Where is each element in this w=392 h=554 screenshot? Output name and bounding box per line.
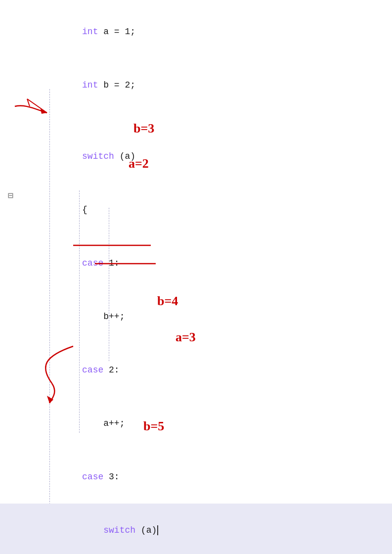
line-8: case 2: (0, 343, 392, 397)
line-empty-content (27, 112, 392, 130)
kw-case-1: case (82, 258, 103, 268)
line-10: case 3: (0, 450, 392, 504)
line-8-content: case 2: (27, 343, 392, 397)
code-text: b = 2; (98, 80, 135, 90)
line-9-content: a++; (27, 397, 392, 450)
code-text: a++; (103, 418, 125, 428)
code-text: b++; (103, 312, 125, 322)
line-empty-1 (0, 112, 392, 130)
line-4-content: switch (a) (27, 130, 392, 183)
collapse-icon-1: ⊟ (8, 187, 13, 205)
code-text: a = 1; (98, 27, 135, 37)
line-6-content: case 1: (27, 236, 392, 290)
line-5: ⊟ { (0, 183, 392, 236)
code-text: (a) (114, 151, 135, 161)
line-5-content: { (27, 183, 392, 236)
code-text: 2: (103, 365, 119, 375)
code-editor: int a = 1; int b = 2; switch (a) ⊟ { cas… (0, 0, 392, 554)
kw-int-1: int (82, 27, 98, 37)
line-11-content: switch (a) (27, 504, 392, 554)
line-9: a++; (0, 397, 392, 450)
brace-open-1: { (82, 205, 87, 215)
kw-switch-2: switch (103, 525, 135, 535)
text-cursor (157, 525, 158, 535)
line-10-content: case 3: (27, 450, 392, 504)
line-11: switch (a) (0, 504, 392, 554)
line-1-content: int a = 1; (27, 5, 392, 58)
kw-int-2: int (82, 80, 98, 90)
line-2: int b = 2; (0, 58, 392, 112)
code-text: 1: (103, 258, 119, 268)
line-7: b++; (0, 290, 392, 343)
line-6: case 1: (0, 236, 392, 290)
code-text: (a) (135, 525, 157, 535)
line-7-content: b++; (27, 290, 392, 343)
kw-case-2: case (82, 365, 103, 375)
line-4: switch (a) (0, 130, 392, 183)
code-text: 3: (103, 472, 119, 482)
line-1: int a = 1; (0, 5, 392, 58)
line-2-content: int b = 2; (27, 58, 392, 112)
kw-case-3: case (82, 472, 103, 482)
kw-switch-1: switch (82, 151, 114, 161)
